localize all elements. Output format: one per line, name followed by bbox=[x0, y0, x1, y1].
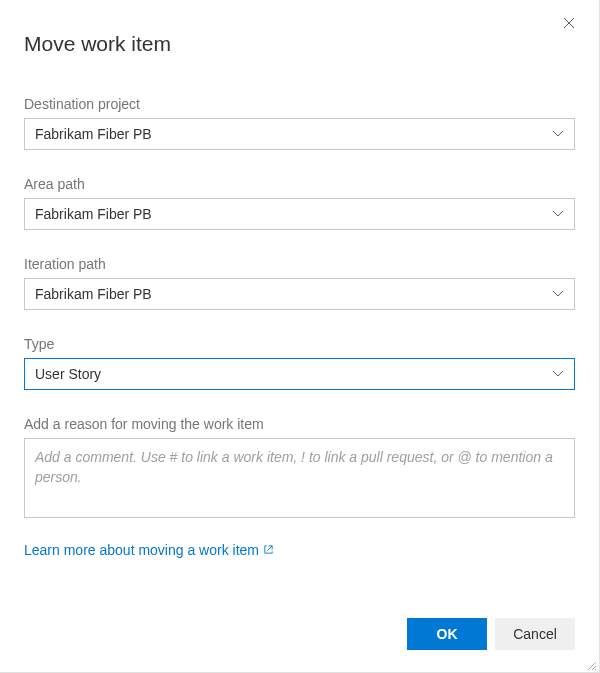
move-work-item-dialog: Move work item Destination project Fabri… bbox=[0, 0, 599, 672]
reason-field: Add a reason for moving the work item Ad… bbox=[24, 416, 575, 518]
area-path-dropdown[interactable]: Fabrikam Fiber PB bbox=[24, 198, 575, 230]
type-field: Type User Story bbox=[24, 336, 575, 390]
type-value: User Story bbox=[35, 366, 101, 382]
reason-textarea[interactable]: Add a comment. Use # to link a work item… bbox=[24, 438, 575, 518]
reason-placeholder: Add a comment. Use # to link a work item… bbox=[35, 447, 564, 488]
destination-project-label: Destination project bbox=[24, 96, 575, 112]
destination-project-dropdown[interactable]: Fabrikam Fiber PB bbox=[24, 118, 575, 150]
close-icon bbox=[563, 15, 575, 32]
destination-project-field: Destination project Fabrikam Fiber PB bbox=[24, 96, 575, 150]
learn-more-link[interactable]: Learn more about moving a work item bbox=[24, 542, 274, 558]
resize-grip-icon bbox=[585, 658, 597, 670]
chevron-down-icon bbox=[552, 130, 564, 138]
external-link-icon bbox=[263, 542, 274, 558]
area-path-field: Area path Fabrikam Fiber PB bbox=[24, 176, 575, 230]
destination-project-value: Fabrikam Fiber PB bbox=[35, 126, 152, 142]
cancel-button[interactable]: Cancel bbox=[495, 618, 575, 650]
reason-label: Add a reason for moving the work item bbox=[24, 416, 575, 432]
dialog-footer: OK Cancel bbox=[407, 618, 575, 650]
iteration-path-value: Fabrikam Fiber PB bbox=[35, 286, 152, 302]
chevron-down-icon bbox=[552, 370, 564, 378]
iteration-path-field: Iteration path Fabrikam Fiber PB bbox=[24, 256, 575, 310]
iteration-path-label: Iteration path bbox=[24, 256, 575, 272]
learn-more-text: Learn more about moving a work item bbox=[24, 542, 259, 558]
type-dropdown[interactable]: User Story bbox=[24, 358, 575, 390]
chevron-down-icon bbox=[552, 290, 564, 298]
area-path-label: Area path bbox=[24, 176, 575, 192]
close-button[interactable] bbox=[559, 12, 579, 36]
chevron-down-icon bbox=[552, 210, 564, 218]
dialog-title: Move work item bbox=[24, 24, 575, 56]
iteration-path-dropdown[interactable]: Fabrikam Fiber PB bbox=[24, 278, 575, 310]
area-path-value: Fabrikam Fiber PB bbox=[35, 206, 152, 222]
ok-button[interactable]: OK bbox=[407, 618, 487, 650]
type-label: Type bbox=[24, 336, 575, 352]
